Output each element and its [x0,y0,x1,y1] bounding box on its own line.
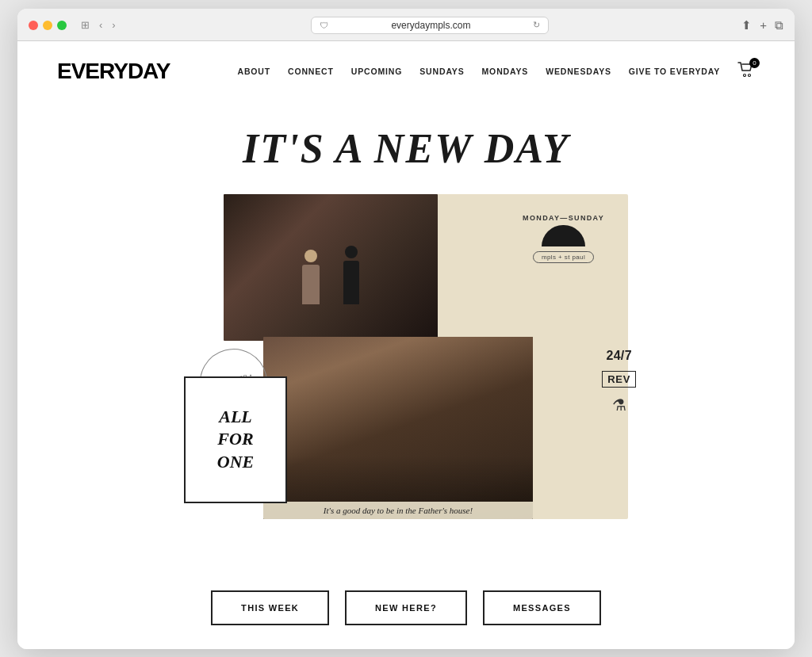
browser-chrome: ⊞ ‹ › 🛡 everydaympls.com ↻ ⬆ + ⧉ [17,9,795,41]
browser-controls: ⊞ ‹ › [78,17,119,32]
url-text: everydaympls.com [333,20,528,31]
hero-section: IT'S A NEW DAY [17,101,795,559]
figure-2 [343,246,359,304]
browser-window: ⊞ ‹ › 🛡 everydaympls.com ↻ ⬆ + ⧉ EVERYDA… [17,9,795,649]
hero-title: IT'S A NEW DAY [243,125,569,172]
nav-give[interactable]: GIVE TO EVERYDAY [629,67,720,76]
close-button[interactable] [29,21,38,30]
nav-upcoming[interactable]: UPCOMING [351,67,402,76]
tabs-button[interactable]: ⧉ [775,18,783,32]
address-bar-container: 🛡 everydaympls.com ↻ [125,17,736,34]
maximize-button[interactable] [57,21,67,30]
address-bar[interactable]: 🛡 everydaympls.com ↻ [311,17,549,34]
stat-247: 24/7 [606,349,631,363]
page-content: EVERYDAY ABOUT CONNECT UPCOMING SUNDAYS … [17,41,795,649]
site-logo[interactable]: EVERYDAY [57,59,170,84]
messages-button[interactable]: MESSAGES [483,590,601,625]
collage-container: MONDAY—SUNDAY mpls + st paul It's a good… [184,194,628,527]
this-week-button[interactable]: THIS WEEK [211,590,329,625]
side-icons: 24/7 REV ⚗ [602,349,636,414]
cart-badge: 0 [749,58,760,68]
photo-crowd-inner: It's a good day to be in the Father's ho… [263,337,533,519]
figure-head-2 [345,246,358,258]
site-header: EVERYDAY ABOUT CONNECT UPCOMING SUNDAYS … [17,41,795,101]
schedule-text: MONDAY—SUNDAY [523,214,604,222]
nav-wednesdays[interactable]: WEDNESDAYS [546,67,611,76]
figure-body-2 [343,261,359,304]
browser-right-controls: ⬆ + ⧉ [741,18,783,32]
figure-head-1 [304,250,317,262]
minimize-button[interactable] [43,21,52,30]
new-here-button[interactable]: NEW HERE? [345,590,467,625]
photo-crowd: It's a good day to be in the Father's ho… [263,337,533,519]
reload-icon[interactable]: ↻ [533,20,540,30]
cta-section: THIS WEEK NEW HERE? MESSAGES [17,559,795,649]
sidebar-toggle[interactable]: ⊞ [78,17,93,32]
nav-about[interactable]: ABOUT [237,67,270,76]
traffic-lights [29,21,67,30]
back-button[interactable]: ‹ [96,17,105,32]
svg-point-0 [744,74,746,76]
semicircle-icon [542,225,585,246]
new-tab-button[interactable]: + [760,18,767,32]
nav-sundays[interactable]: SUNDAYS [419,67,464,76]
cart-button[interactable]: 0 [737,62,755,81]
svg-point-1 [749,74,751,76]
schedule-location: mpls + st paul [533,251,594,263]
all-for-one-card: ALLFORONE [184,376,287,503]
share-button[interactable]: ⬆ [741,18,752,32]
figure-1 [302,250,320,304]
shield-icon: 🛡 [320,21,328,30]
schedule-badge: MONDAY—SUNDAY mpls + st paul [523,214,604,263]
speaker-figures [302,246,359,304]
nav-connect[interactable]: CONNECT [288,67,334,76]
forward-button[interactable]: › [109,17,118,32]
nav-mondays[interactable]: MONDAYS [482,67,529,76]
caption-banner: It's a good day to be in the Father's ho… [263,502,533,519]
site-nav: ABOUT CONNECT UPCOMING SUNDAYS MONDAYS W… [237,62,755,81]
rev-badge: REV [602,371,636,388]
flask-icon: ⚗ [612,395,626,414]
all-for-one-text: ALLFORONE [217,406,254,474]
figure-body-1 [302,265,320,304]
photo-speakers [224,194,438,341]
photo-speakers-inner [224,194,438,341]
